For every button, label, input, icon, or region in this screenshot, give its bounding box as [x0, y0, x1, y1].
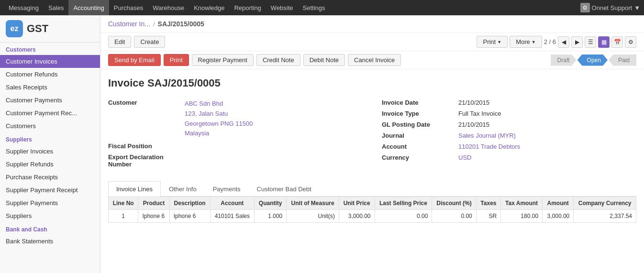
account-row: Account 110201 Trade Debtors: [382, 143, 636, 150]
top-navigation: Messaging Sales Accounting Purchases War…: [0, 0, 644, 15]
col-last-selling-price: Last Selling Price: [375, 197, 432, 210]
sidebar-item-sales-receipts[interactable]: Sales Receipts: [0, 81, 100, 94]
sidebar-item-supplier-payment-receipt[interactable]: Supplier Payment Receipt: [0, 184, 100, 197]
form-view-icon[interactable]: ▦: [598, 36, 610, 48]
invoice-left-column: Customer ABC Sdn Bhd 123, Jalan Satu Geo…: [108, 99, 363, 172]
account-label: Account: [382, 143, 458, 150]
user-dropdown-icon[interactable]: ▼: [634, 4, 640, 11]
user-name[interactable]: Onnet Support: [592, 4, 633, 11]
table-row[interactable]: 1 Iphone 6 Iphone 6 410101 Sales 1.000 U…: [109, 210, 636, 223]
main-layout: ez GST Customers Customer Invoices Custo…: [0, 15, 644, 273]
tab-invoice-lines[interactable]: Invoice Lines: [108, 181, 161, 197]
col-quantity: Quantity: [255, 197, 287, 210]
status-open[interactable]: Open: [577, 55, 608, 66]
settings-view-icon[interactable]: ⚙: [625, 36, 636, 48]
cell-discount: 0.00: [432, 210, 476, 223]
create-button[interactable]: Create: [134, 36, 165, 48]
page-counter: 2 / 6: [544, 38, 556, 45]
gl-posting-date-label: GL Posting Date: [382, 121, 458, 128]
edit-button[interactable]: Edit: [108, 36, 131, 48]
sidebar-section-customers: Customers: [0, 43, 100, 55]
currency-value[interactable]: USD: [458, 154, 471, 161]
nav-accounting[interactable]: Accounting: [68, 0, 109, 15]
sidebar-item-customers[interactable]: Customers: [0, 120, 100, 132]
status-draft[interactable]: Draft: [551, 55, 577, 66]
sidebar-section-bank-cash: Bank and Cash: [0, 222, 100, 235]
sidebar-section-suppliers: Suppliers: [0, 132, 100, 145]
sidebar-item-supplier-invoices[interactable]: Supplier Invoices: [0, 145, 100, 158]
cell-unit-price: 3,000.00: [339, 210, 375, 223]
nav-warehouse[interactable]: Warehouse: [148, 0, 189, 15]
invoice-date-row: Invoice Date 21/10/2015: [382, 99, 636, 106]
nav-settings[interactable]: Settings: [298, 0, 330, 15]
action-buttons: Send by Email Print Register Payment Cre…: [108, 54, 401, 66]
sidebar-item-customer-payment-rec[interactable]: Customer Payment Rec...: [0, 107, 100, 120]
nav-website[interactable]: Website: [266, 0, 298, 15]
col-description: Description: [169, 197, 210, 210]
sidebar-item-customer-invoices[interactable]: Customer Invoices: [0, 55, 100, 68]
calendar-view-icon[interactable]: 📅: [611, 36, 623, 48]
register-payment-button[interactable]: Register Payment: [192, 54, 254, 66]
action-bar: Send by Email Print Register Payment Cre…: [100, 51, 644, 69]
cell-amount: 3,000.00: [543, 210, 574, 223]
top-nav-user-area: O Onnet Support ▼: [580, 3, 640, 12]
next-record-button[interactable]: ▶: [571, 36, 583, 48]
invoice-type-value: Full Tax Invoice: [458, 110, 501, 117]
invoice-lines-table: Line No Product Description Account Quan…: [108, 197, 636, 223]
invoice-type-label: Invoice Type: [382, 110, 458, 117]
export-decl-label: Export Declaration Number: [108, 153, 185, 168]
tab-payments[interactable]: Payments: [205, 181, 249, 197]
invoice-content: Invoice SAJ/2015/0005 Customer ABC Sdn B…: [100, 69, 644, 230]
account-value[interactable]: 110201 Trade Debtors: [458, 143, 520, 150]
status-paid[interactable]: Paid: [609, 55, 636, 66]
sidebar-item-customer-payments[interactable]: Customer Payments: [0, 94, 100, 107]
tab-other-info[interactable]: Other Info: [161, 181, 205, 197]
sidebar-item-suppliers[interactable]: Suppliers: [0, 209, 100, 222]
breadcrumb-parent[interactable]: Customer In...: [108, 20, 150, 28]
cell-unit-of-measure: Unit(s): [287, 210, 339, 223]
journal-label: Journal: [382, 132, 458, 139]
cell-line-no: 1: [109, 210, 138, 223]
col-company-currency: Company Currency: [574, 197, 636, 210]
print-action-button[interactable]: Print: [164, 54, 189, 66]
col-unit-of-measure: Unit of Measure: [287, 197, 339, 210]
content-area: Customer In... / SAJ/2015/0005 Edit Crea…: [100, 15, 644, 273]
gl-posting-date-row: GL Posting Date 21/10/2015: [382, 121, 636, 128]
prev-record-button[interactable]: ◀: [558, 36, 569, 48]
debit-note-button[interactable]: Debit Note: [303, 54, 345, 66]
cell-company-currency: 2,337.54: [574, 210, 636, 223]
col-account: Account: [210, 197, 255, 210]
nav-purchases[interactable]: Purchases: [109, 0, 148, 15]
more-button[interactable]: More: [510, 36, 542, 48]
invoice-type-row: Invoice Type Full Tax Invoice: [382, 110, 636, 117]
col-line-no: Line No: [109, 197, 138, 210]
tab-customer-bad-debt[interactable]: Customer Bad Debt: [249, 181, 320, 197]
sidebar-item-purchase-receipts[interactable]: Purchase Receipts: [0, 171, 100, 184]
sidebar-item-supplier-payments[interactable]: Supplier Payments: [0, 197, 100, 209]
breadcrumb: Customer In... / SAJ/2015/0005: [100, 15, 644, 33]
print-button[interactable]: Print: [477, 36, 508, 48]
nav-sales[interactable]: Sales: [44, 0, 69, 15]
nav-reporting[interactable]: Reporting: [229, 0, 266, 15]
sidebar-item-customer-refunds[interactable]: Customer Refunds: [0, 68, 100, 81]
sidebar-item-bank-statements[interactable]: Bank Statements: [0, 235, 100, 248]
breadcrumb-separator: /: [153, 21, 155, 28]
journal-value[interactable]: Sales Journal (MYR): [458, 132, 516, 139]
cell-taxes: SR: [476, 210, 500, 223]
journal-row: Journal Sales Journal (MYR): [382, 132, 636, 139]
nav-messaging[interactable]: Messaging: [4, 0, 44, 15]
cell-account: 410101 Sales: [210, 210, 255, 223]
customer-label: Customer: [108, 99, 185, 139]
list-view-icon[interactable]: ☰: [585, 36, 596, 48]
cancel-invoice-button[interactable]: Cancel Invoice: [348, 54, 401, 66]
customer-name[interactable]: ABC Sdn Bhd: [185, 99, 253, 109]
sidebar-item-supplier-refunds[interactable]: Supplier Refunds: [0, 158, 100, 171]
cell-quantity: 1.000: [255, 210, 287, 223]
customer-address-line1: 123, Jalan Satu: [185, 109, 253, 119]
nav-knowledge[interactable]: Knowledge: [189, 0, 229, 15]
invoice-tabs: Invoice Lines Other Info Payments Custom…: [108, 181, 636, 197]
invoice-date-label: Invoice Date: [382, 99, 458, 106]
credit-note-button[interactable]: Credit Note: [256, 54, 300, 66]
send-email-button[interactable]: Send by Email: [108, 54, 161, 66]
toolbar-right: Print More 2 / 6 ◀ ▶ ☰ ▦ 📅 ⚙: [477, 36, 636, 48]
